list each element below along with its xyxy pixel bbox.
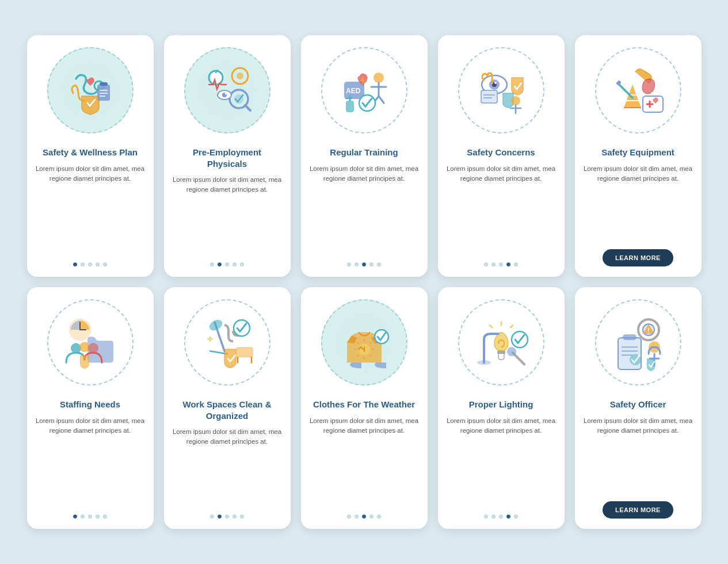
clothes-weather-icon-circle (321, 299, 407, 386)
proper-lighting-dot-3[interactable] (506, 515, 510, 519)
regular-training-dot-0[interactable] (347, 262, 351, 266)
card-staffing-needs: Staffing NeedsLorem ipsum dolor sit dim … (27, 287, 154, 529)
svg-point-32 (511, 96, 520, 105)
regular-training-title: Regular Training (330, 147, 398, 158)
clothes-weather-icon-area (318, 296, 410, 388)
work-spaces-title: Work Spaces Clean & Organized (172, 399, 283, 421)
clothes-weather-dot-2[interactable] (362, 515, 366, 519)
staffing-needs-dots (73, 515, 107, 519)
regular-training-icon-area: AED (318, 44, 410, 136)
clothes-weather-dot-1[interactable] (355, 515, 359, 519)
proper-lighting-body: Lorem ipsum dolor sit dim amet, mea regi… (446, 416, 557, 507)
regular-training-body: Lorem ipsum dolor sit dim amet, mea regi… (309, 164, 420, 255)
clothes-weather-dot-3[interactable] (369, 515, 373, 519)
svg-point-20 (373, 73, 384, 83)
pre-employment-dot-1[interactable] (218, 262, 222, 266)
safety-wellness-icon-area (44, 44, 136, 136)
clothes-weather-dot-0[interactable] (347, 515, 351, 519)
regular-training-dot-3[interactable] (369, 262, 373, 266)
work-spaces-dot-2[interactable] (225, 515, 229, 519)
staffing-needs-dot-2[interactable] (88, 515, 92, 519)
clothes-weather-dots (347, 515, 381, 519)
proper-lighting-icon-area (455, 296, 547, 388)
card-safety-wellness: Safety & Wellness PlanLorem ipsum dolor … (27, 35, 154, 277)
safety-equipment-icon-area (592, 44, 684, 136)
work-spaces-dot-0[interactable] (210, 515, 214, 519)
clothes-weather-dot-4[interactable] (377, 515, 381, 519)
proper-lighting-icon-circle (458, 299, 544, 386)
staffing-needs-dot-1[interactable] (81, 515, 85, 519)
safety-officer-icon-area: ! (592, 296, 684, 388)
card-clothes-weather: Clothes For The WeatherLorem ipsum dolor… (301, 287, 428, 529)
safety-equipment-body: Lorem ipsum dolor sit dim amet, mea regi… (583, 164, 693, 242)
regular-training-icon-circle: AED (321, 47, 407, 134)
staffing-needs-icon-circle (47, 299, 134, 386)
safety-concerns-dot-0[interactable] (484, 262, 488, 266)
svg-rect-35 (481, 90, 497, 103)
safety-wellness-body: Lorem ipsum dolor sit dim amet, mea regi… (35, 164, 146, 255)
safety-concerns-dots (484, 262, 518, 266)
staffing-needs-body: Lorem ipsum dolor sit dim amet, mea regi… (35, 416, 146, 507)
safety-equipment-icon-circle (595, 47, 681, 134)
proper-lighting-dot-1[interactable] (491, 515, 496, 519)
pre-employment-dot-0[interactable] (210, 262, 214, 266)
safety-wellness-dot-3[interactable] (96, 262, 100, 266)
safety-wellness-dot-1[interactable] (81, 262, 85, 266)
proper-lighting-dot-2[interactable] (499, 515, 503, 519)
safety-wellness-dot-4[interactable] (103, 262, 107, 266)
safety-equipment-learn-button[interactable]: LEARN MORE (603, 249, 673, 266)
safety-wellness-icon-circle (47, 47, 134, 134)
clothes-weather-title: Clothes For The Weather (313, 399, 415, 410)
staffing-needs-icon-area (44, 296, 136, 388)
staffing-needs-dot-4[interactable] (103, 515, 107, 519)
safety-concerns-icon-circle (458, 47, 544, 134)
safety-concerns-dot-1[interactable] (491, 262, 496, 266)
svg-rect-2 (97, 85, 110, 101)
card-safety-officer: ! Safety OfficerLorem ipsum dolor sit di… (575, 287, 702, 529)
pre-employment-icon-area (181, 44, 273, 136)
svg-point-52 (88, 343, 98, 353)
card-safety-concerns: Safety ConcernsLorem ipsum dolor sit dim… (438, 35, 565, 277)
work-spaces-dots (210, 515, 244, 519)
svg-point-16 (224, 93, 226, 95)
card-regular-training: AED Regular TrainingLorem ipsum dolor si… (301, 35, 428, 277)
card-work-spaces: Work Spaces Clean & OrganizedLorem ipsum… (164, 287, 291, 529)
safety-concerns-icon-area (455, 44, 547, 136)
safety-concerns-dot-4[interactable] (514, 262, 518, 266)
proper-lighting-dot-0[interactable] (484, 515, 488, 519)
svg-text:!: ! (647, 327, 650, 334)
safety-wellness-dot-2[interactable] (88, 262, 92, 266)
proper-lighting-dot-4[interactable] (514, 515, 518, 519)
clothes-weather-body: Lorem ipsum dolor sit dim amet, mea regi… (309, 416, 420, 507)
pre-employment-dot-3[interactable] (232, 262, 237, 266)
pre-employment-title: Pre-Employment Physicals (172, 147, 283, 169)
staffing-needs-dot-0[interactable] (73, 515, 77, 519)
svg-point-69 (507, 347, 516, 356)
safety-wellness-title: Safety & Wellness Plan (43, 147, 138, 158)
safety-concerns-title: Safety Concerns (467, 147, 535, 158)
work-spaces-dot-3[interactable] (232, 515, 237, 519)
svg-rect-62 (497, 350, 505, 354)
svg-text:AED: AED (346, 87, 361, 95)
regular-training-dot-1[interactable] (355, 262, 359, 266)
safety-wellness-dots (73, 262, 107, 266)
safety-equipment-title: Safety Equipment (601, 147, 674, 158)
regular-training-dot-4[interactable] (377, 262, 381, 266)
work-spaces-body: Lorem ipsum dolor sit dim amet, mea regi… (172, 427, 283, 506)
staffing-needs-dot-3[interactable] (96, 515, 100, 519)
work-spaces-dot-4[interactable] (240, 515, 244, 519)
svg-rect-26 (346, 101, 354, 112)
pre-employment-dot-4[interactable] (240, 262, 244, 266)
svg-rect-76 (623, 334, 636, 340)
pre-employment-dot-2[interactable] (225, 262, 229, 266)
card-grid: Safety & Wellness PlanLorem ipsum dolor … (27, 35, 702, 529)
regular-training-dot-2[interactable] (362, 262, 366, 266)
safety-officer-learn-button[interactable]: LEARN MORE (603, 501, 673, 519)
safety-concerns-dot-2[interactable] (499, 262, 503, 266)
safety-concerns-dot-3[interactable] (506, 262, 510, 266)
proper-lighting-dots (484, 515, 518, 519)
safety-wellness-dot-0[interactable] (73, 262, 77, 266)
svg-point-31 (494, 82, 497, 84)
regular-training-dots (347, 262, 381, 266)
work-spaces-dot-1[interactable] (218, 515, 222, 519)
